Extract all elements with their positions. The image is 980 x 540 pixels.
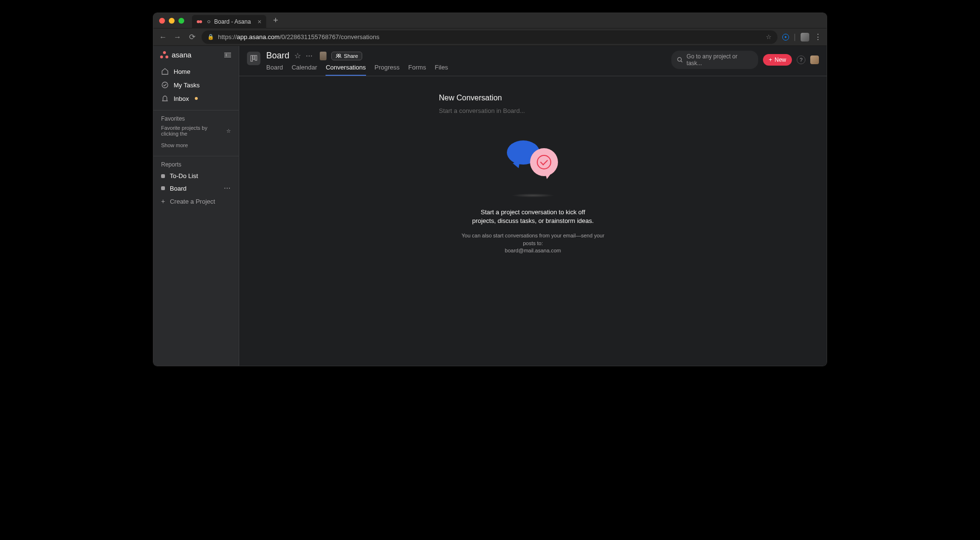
plus-icon: +	[769, 56, 772, 63]
check-circle-icon	[161, 81, 169, 89]
tab-title: Board - Asana	[214, 18, 251, 25]
asana-logo-icon	[160, 51, 169, 59]
new-tab-button[interactable]: +	[273, 15, 278, 26]
window-controls	[159, 18, 184, 24]
empty-state-line2: You can also start conversations from yo…	[461, 232, 605, 254]
tab-calendar[interactable]: Calendar	[292, 64, 317, 76]
tab-forms[interactable]: Forms	[408, 64, 426, 76]
svg-rect-5	[253, 55, 255, 59]
create-project-button[interactable]: + Create a Project	[153, 194, 239, 208]
help-button[interactable]: ?	[797, 55, 805, 64]
sidebar-item-label: My Tasks	[174, 82, 200, 89]
browser-tab[interactable]: Board - Asana ×	[192, 15, 266, 28]
speech-bubble-pink-icon	[530, 148, 558, 176]
url-bar-row: ← → ⟳ 🔒 https://app.asana.com/0/22863115…	[153, 28, 827, 46]
tab-board[interactable]: Board	[266, 64, 283, 76]
sidebar-project-board[interactable]: Board ⋯	[153, 182, 239, 194]
member-chip[interactable]	[320, 52, 327, 60]
browser-menu-icon[interactable]: ⋮	[814, 32, 822, 42]
favorite-star-icon[interactable]: ☆	[294, 51, 301, 60]
svg-line-10	[681, 61, 682, 62]
main-area: Board ☆ ⋯ Share Board Calendar	[239, 46, 827, 366]
sidebar-item-inbox[interactable]: Inbox	[157, 92, 235, 105]
project-color-dot	[161, 186, 165, 190]
share-button[interactable]: Share	[331, 52, 362, 60]
user-avatar[interactable]	[810, 55, 819, 64]
sidebar-top: asana	[153, 46, 239, 63]
new-conversation-input[interactable]: Start a conversation in Board...	[439, 107, 627, 114]
maximize-window-button[interactable]	[178, 18, 184, 24]
app-body: asana Home	[153, 46, 827, 366]
forward-button[interactable]: →	[173, 33, 182, 42]
tab-status-dot	[207, 20, 210, 23]
main-header: Board ☆ ⋯ Share Board Calendar	[239, 46, 827, 76]
title-row: Board ☆ ⋯ Share	[266, 51, 448, 61]
project-tile-icon[interactable]	[247, 52, 260, 65]
home-icon	[161, 68, 169, 75]
close-window-button[interactable]	[159, 18, 165, 24]
project-title[interactable]: Board	[266, 51, 289, 61]
browser-window: Board - Asana × + ← → ⟳ 🔒 https://app.as…	[153, 13, 827, 366]
lock-icon: 🔒	[207, 34, 214, 40]
share-label: Share	[344, 53, 358, 59]
empty-state-line1: Start a project conversation to kick off…	[470, 208, 596, 225]
address-bar[interactable]: 🔒 https://app.asana.com/0/22863115576876…	[202, 30, 777, 44]
project-email[interactable]: board@mail.asana.com	[505, 248, 561, 253]
tab-progress[interactable]: Progress	[375, 64, 400, 76]
sidebar-item-home[interactable]: Home	[157, 65, 235, 78]
back-button[interactable]: ←	[158, 33, 168, 42]
project-more-icon[interactable]: ⋯	[224, 184, 231, 192]
bell-icon	[161, 95, 169, 102]
illustration-shadow	[511, 194, 555, 197]
empty-state: Start a project conversation to kick off…	[461, 138, 605, 255]
browser-profile-avatar[interactable]	[801, 33, 809, 42]
check-circle-icon	[537, 155, 551, 169]
svg-point-8	[339, 54, 340, 56]
new-label: New	[775, 56, 786, 63]
bookmark-star-icon[interactable]: ☆	[766, 33, 772, 41]
people-icon	[336, 54, 341, 58]
favorites-header: Favorites	[153, 110, 239, 124]
sidebar: asana Home	[153, 46, 239, 366]
empty-illustration	[504, 138, 562, 187]
close-tab-icon[interactable]: ×	[258, 18, 261, 25]
extension-icon[interactable]: ●	[782, 34, 789, 41]
project-label: To-Do List	[170, 172, 198, 180]
separator: |	[794, 33, 796, 42]
plus-icon: +	[161, 197, 165, 205]
svg-point-3	[162, 82, 168, 88]
sidebar-item-label: Inbox	[174, 95, 189, 102]
tab-conversations[interactable]: Conversations	[326, 64, 366, 76]
global-search[interactable]: Go to any project or task...	[671, 51, 758, 69]
project-label: Board	[170, 185, 187, 192]
new-button[interactable]: + New	[763, 54, 792, 66]
new-conversation-title: New Conversation	[439, 94, 627, 102]
inbox-indicator-dot	[195, 97, 198, 100]
collapse-sidebar-icon[interactable]	[223, 52, 232, 58]
star-outline-icon: ☆	[226, 128, 231, 134]
project-more-icon[interactable]: ⋯	[306, 52, 313, 60]
project-tabs: Board Calendar Conversations Progress Fo…	[266, 64, 448, 76]
minimize-window-button[interactable]	[169, 18, 175, 24]
search-placeholder: Go to any project or task...	[687, 53, 752, 67]
content-area: New Conversation Start a conversation in…	[239, 76, 827, 366]
search-icon	[677, 57, 683, 63]
project-color-dot	[161, 174, 165, 178]
favorites-hint: Favorite projects by clicking the ☆	[153, 124, 239, 140]
asana-logo-text: asana	[172, 51, 191, 59]
asana-logo[interactable]: asana	[160, 51, 191, 59]
new-conversation-box: New Conversation Start a conversation in…	[439, 94, 627, 114]
svg-rect-6	[255, 55, 257, 60]
sidebar-item-my-tasks[interactable]: My Tasks	[157, 78, 235, 92]
reload-button[interactable]: ⟳	[187, 32, 197, 42]
tab-files[interactable]: Files	[435, 64, 448, 76]
titlebar: Board - Asana × +	[153, 13, 827, 28]
svg-rect-4	[251, 55, 253, 61]
asana-favicon	[197, 18, 204, 25]
show-more-link[interactable]: Show more	[153, 140, 239, 153]
url-text: https://app.asana.com/0/228631155768767/…	[218, 33, 380, 41]
sidebar-project-todo[interactable]: To-Do List	[153, 170, 239, 182]
svg-point-9	[678, 57, 681, 61]
header-right: Go to any project or task... + New ?	[671, 51, 819, 69]
header-center: Board ☆ ⋯ Share Board Calendar	[266, 51, 448, 76]
